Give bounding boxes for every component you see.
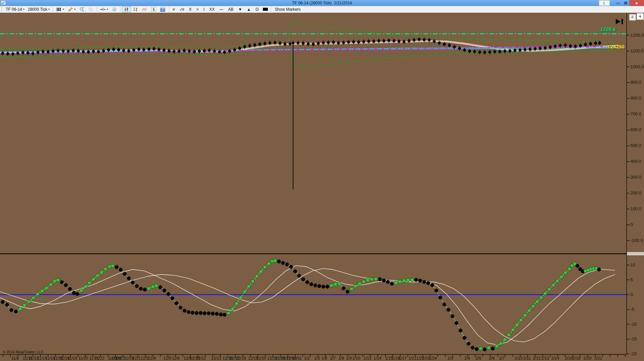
price-axis-tick-label: 700.0: [631, 111, 642, 116]
date-label: 1/8: [338, 356, 344, 361]
date-label: 12/4: [148, 356, 156, 361]
dollar-icon: $: [151, 7, 157, 12]
filled-rect-button[interactable]: [261, 6, 270, 12]
symbol-button-xx[interactable]: XX: [207, 6, 217, 12]
svg-text:$: $: [153, 7, 155, 11]
price-axis-tick-label: 800.0: [631, 96, 642, 101]
zoom-out-button[interactable]: [86, 6, 95, 12]
date-label: 2/7: [499, 356, 505, 361]
date-label: 12/11: [196, 356, 206, 361]
symbol-button-up-triangle[interactable]: ▲: [244, 6, 253, 12]
drawing-tools-button[interactable]: ▾: [66, 6, 77, 12]
zoom-out-icon: [88, 7, 94, 12]
date-label: 1/7: [330, 356, 336, 361]
panel-splitter-handle: [627, 252, 644, 255]
price-axis-tick-label: 1000.0: [631, 64, 644, 69]
chart-style-ohlc-button[interactable]: [131, 6, 140, 12]
date-label: 12/18: [236, 356, 246, 361]
price-axis-tick-label: 500.0: [631, 143, 642, 148]
scrollbar-down-arrow[interactable]: ▼: [637, 13, 644, 20]
level-price-label: 1208.6: [600, 26, 616, 32]
date-label: 2/10: [515, 356, 523, 361]
instrument-selector[interactable]: TF 06-14▾: [4, 6, 26, 12]
close-button[interactable]: ×: [629, 0, 644, 6]
date-label: 1/6: [322, 356, 327, 361]
date-label: 12/13: [211, 356, 221, 361]
focus-button[interactable]: F: [629, 14, 636, 21]
sphere-icon: [112, 7, 117, 12]
crosshair-button[interactable]: ▾: [98, 6, 110, 12]
price-axis-tick-label: 600.0: [631, 127, 642, 132]
symbol-button-gt[interactable]: >: [194, 6, 201, 12]
symbol-button-down-triangle[interactable]: ▼: [236, 6, 244, 12]
price-axis-tick-label: -100.0: [631, 238, 643, 243]
date-label: 2/20: [583, 356, 592, 361]
show-markers-button[interactable]: Show Markers: [273, 6, 303, 12]
restore-icon: [624, 2, 627, 4]
price-axis-tick-label: 900.0: [631, 80, 642, 85]
crosshair-icon: [100, 7, 106, 12]
date-label: 2/3: [448, 356, 453, 361]
toolbar-grip[interactable]: [1, 7, 3, 12]
last-price-marker-label: <24250: [608, 44, 625, 49]
date-label: 1/13: [363, 356, 371, 361]
price-axis-tick-label: 1200.0: [631, 33, 644, 38]
toolbar-separator: [53, 7, 53, 12]
date-label: 1/2: [304, 356, 310, 361]
date-label: 1/24: [429, 356, 437, 361]
symbol-button-sqrt[interactable]: √≡: [177, 6, 187, 12]
chart-style-line-button[interactable]: [140, 6, 149, 12]
symbol-button-x[interactable]: X: [187, 6, 194, 12]
date-label: 2/18: [565, 356, 573, 361]
panel-button[interactable]: [158, 6, 167, 12]
filled-rect-icon: [263, 8, 268, 11]
zoom-in-icon: [79, 7, 85, 12]
date-label: 1/3: [314, 356, 320, 361]
date-label: 11/8: [11, 356, 19, 361]
interval-selector[interactable]: 28000 Tick▾: [26, 6, 51, 12]
ohlc-style-icon: [133, 7, 138, 12]
chevron-down-icon: ▾: [48, 8, 50, 11]
price-axis-tick-label: 200.0: [631, 190, 642, 195]
date-label: 11/20: [78, 356, 88, 361]
date-label: 2/14: [551, 356, 559, 361]
bar-type-icon: [56, 7, 62, 12]
date-label: 1/21: [408, 356, 416, 361]
date-label: 12/3: [140, 356, 149, 361]
chart-style-candlestick-button[interactable]: [122, 6, 131, 12]
date-label: 2/13: [541, 356, 549, 361]
date-label: 11/22: [94, 356, 104, 361]
sphere-button[interactable]: [110, 6, 119, 12]
zoom-in-button[interactable]: [77, 6, 86, 12]
window-title: TF 06-14 (28000 Tick) 2/21/2014: [292, 1, 352, 5]
symbol-button-ab[interactable]: AB: [226, 6, 236, 12]
panel-separator: [0, 253, 627, 254]
date-label: 2/11: [523, 356, 531, 361]
bar-type-button[interactable]: ▾: [54, 6, 66, 12]
chart-plot[interactable]: 1200.01100.01000.0900.0800.0700.0600.050…: [0, 13, 644, 361]
date-label: 1/10: [352, 356, 360, 361]
panel-grid-icon: [160, 7, 166, 12]
symbol-button-dash[interactable]: —: [217, 6, 226, 12]
date-label: 1/9: [346, 356, 352, 361]
symbol-button-neq[interactable]: ≠: [170, 6, 177, 12]
price-axis-tick-label: 100.0: [631, 206, 642, 211]
chevron-down-icon: ▾: [107, 8, 108, 11]
minimize-button[interactable]: —: [614, 0, 622, 6]
chart-area[interactable]: 1200.01100.01000.0900.0800.0700.0600.050…: [0, 13, 644, 361]
restore-button[interactable]: [622, 0, 629, 6]
copyright-label: © 2014 NinjaTrader, LLC: [3, 350, 43, 354]
chevron-down-icon: ▾: [23, 8, 25, 11]
toolbar-separator: [271, 7, 271, 12]
osc-axis-tick-label: -20: [631, 351, 637, 356]
price-axis-tick-label: 300.0: [631, 175, 642, 180]
osc-axis-tick-label: -15: [631, 336, 637, 341]
price-axis-tick-label: 0: [631, 222, 633, 227]
link-button[interactable]: L: [599, 0, 610, 6]
osc-axis-tick-label: 10: [631, 262, 635, 267]
app-icon: [1, 1, 6, 5]
date-label: 12/31: [292, 356, 302, 361]
symbol-button-i[interactable]: I: [201, 6, 207, 12]
symbol-button-o[interactable]: O: [253, 6, 261, 12]
data-series-button[interactable]: $: [149, 6, 158, 12]
